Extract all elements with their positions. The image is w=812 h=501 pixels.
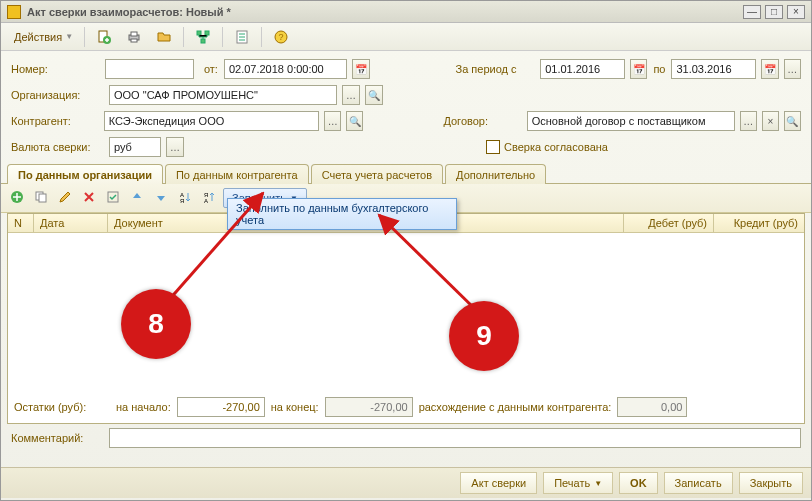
calendar-icon: 📅	[633, 64, 645, 75]
date-picker-button[interactable]: 📅	[352, 59, 369, 79]
period-menu-button[interactable]: …	[784, 59, 801, 79]
delete-row-button[interactable]	[79, 188, 99, 208]
arrow-down-icon	[154, 190, 168, 206]
period-to-field[interactable]: 31.03.2016	[671, 59, 756, 79]
agreed-checkbox[interactable]	[486, 140, 500, 154]
fill-menu-item[interactable]: Заполнить по данным бухгалтерского учета	[227, 198, 457, 230]
period-from-calendar-button[interactable]: 📅	[630, 59, 647, 79]
links-button[interactable]	[188, 26, 218, 48]
col-debit-header[interactable]: Дебет (руб)	[624, 214, 714, 232]
structure-icon	[195, 29, 211, 45]
kont-field[interactable]: КСЭ-Экспедиция ООО	[104, 111, 320, 131]
actions-label: Действия	[14, 31, 62, 43]
report-button[interactable]	[227, 26, 257, 48]
report-icon	[234, 29, 250, 45]
dogovor-select-button[interactable]: …	[740, 111, 757, 131]
kont-label: Контрагент:	[11, 115, 98, 127]
copy-icon	[34, 190, 48, 206]
end-edit-button[interactable]	[103, 188, 123, 208]
arrow-up-icon	[130, 190, 144, 206]
magnifier-icon: 🔍	[368, 90, 380, 101]
refresh-button[interactable]	[119, 26, 149, 48]
period-to-calendar-button[interactable]: 📅	[761, 59, 778, 79]
agreed-label: Сверка согласована	[504, 141, 608, 153]
dogovor-clear-button[interactable]: ×	[762, 111, 779, 131]
sort-asc-icon: AЯ	[178, 190, 192, 206]
currency-select-button[interactable]: …	[166, 137, 184, 157]
print-icon	[126, 29, 142, 45]
org-open-button[interactable]: 🔍	[365, 85, 383, 105]
separator	[261, 27, 262, 47]
actions-menu-button[interactable]: Действия ▼	[7, 26, 80, 48]
tab-accounts[interactable]: Счета учета расчетов	[311, 164, 443, 184]
number-field[interactable]	[105, 59, 194, 79]
folder-icon	[156, 29, 172, 45]
calendar-icon: 📅	[764, 64, 776, 75]
comment-label: Комментарий:	[11, 432, 103, 444]
na-nachalo-value[interactable]: -270,00	[177, 397, 265, 417]
help-icon: ?	[273, 29, 289, 45]
period-from-field[interactable]: 01.01.2016	[540, 59, 625, 79]
document-plus-icon	[96, 29, 112, 45]
separator	[183, 27, 184, 47]
svg-rect-5	[197, 31, 201, 35]
currency-field[interactable]: руб	[109, 137, 161, 157]
separator	[84, 27, 85, 47]
title-bar: Акт сверки взаиморасчетов: Новый * — □ ×	[1, 1, 811, 23]
tab-kont-data[interactable]: По данным контрагента	[165, 164, 309, 184]
calendar-icon: 📅	[355, 64, 367, 75]
period-label: За период с	[456, 63, 535, 75]
zakryt-button[interactable]: Закрыть	[739, 472, 803, 494]
akt-sverki-button[interactable]: Акт сверки	[460, 472, 537, 494]
new-button[interactable]	[89, 26, 119, 48]
comment-field[interactable]	[109, 428, 801, 448]
period-to-label: по	[653, 63, 665, 75]
folder-button[interactable]	[149, 26, 179, 48]
app-icon	[7, 5, 21, 19]
annotation-bubble-8: 8	[121, 289, 191, 359]
sort-asc-button[interactable]: AЯ	[175, 188, 195, 208]
pencil-icon	[58, 190, 72, 206]
edit-row-button[interactable]	[55, 188, 75, 208]
close-button[interactable]: ×	[787, 5, 805, 19]
pechat-button[interactable]: Печать▼	[543, 472, 613, 494]
plus-circle-icon	[10, 190, 24, 206]
tab-additional[interactable]: Дополнительно	[445, 164, 546, 184]
org-field[interactable]: ООО "САФ ПРОМОУШЕНС"	[109, 85, 337, 105]
add-row-button[interactable]	[7, 188, 27, 208]
tab-org-data[interactable]: По данным организации	[7, 164, 163, 184]
minimize-button[interactable]: —	[743, 5, 761, 19]
kont-open-button[interactable]: 🔍	[346, 111, 363, 131]
na-konec-label: на конец:	[271, 401, 319, 413]
svg-rect-7	[201, 39, 205, 43]
svg-text:Я: Я	[180, 198, 184, 204]
copy-row-button[interactable]	[31, 188, 51, 208]
sort-desc-button[interactable]: ЯA	[199, 188, 219, 208]
move-down-button[interactable]	[151, 188, 171, 208]
ostatki-label: Остатки (руб):	[14, 401, 110, 413]
org-select-button[interactable]: …	[342, 85, 360, 105]
dogovor-field[interactable]: Основной договор с поставщиком	[527, 111, 735, 131]
move-up-button[interactable]	[127, 188, 147, 208]
window-title: Акт сверки взаиморасчетов: Новый *	[27, 6, 743, 18]
chevron-down-icon: ▼	[594, 479, 602, 488]
kont-select-button[interactable]: …	[324, 111, 341, 131]
dogovor-open-button[interactable]: 🔍	[784, 111, 801, 131]
svg-rect-4	[131, 39, 137, 42]
svg-rect-3	[131, 32, 137, 36]
maximize-button[interactable]: □	[765, 5, 783, 19]
col-n-header[interactable]: N	[8, 214, 34, 232]
bottom-bar: Акт сверки Печать▼ OK Записать Закрыть	[1, 467, 811, 498]
magnifier-icon: 🔍	[349, 116, 361, 127]
na-konec-value: -270,00	[325, 397, 413, 417]
svg-text:A: A	[204, 198, 208, 204]
annotation-bubble-9: 9	[449, 301, 519, 371]
ot-label: от:	[204, 63, 218, 75]
help-button[interactable]: ?	[266, 26, 296, 48]
date-field[interactable]: 02.07.2018 0:00:00	[224, 59, 347, 79]
ok-button[interactable]: OK	[619, 472, 658, 494]
svg-rect-16	[39, 194, 46, 202]
col-credit-header[interactable]: Кредит (руб)	[714, 214, 804, 232]
zapisat-button[interactable]: Записать	[664, 472, 733, 494]
col-date-header[interactable]: Дата	[34, 214, 108, 232]
